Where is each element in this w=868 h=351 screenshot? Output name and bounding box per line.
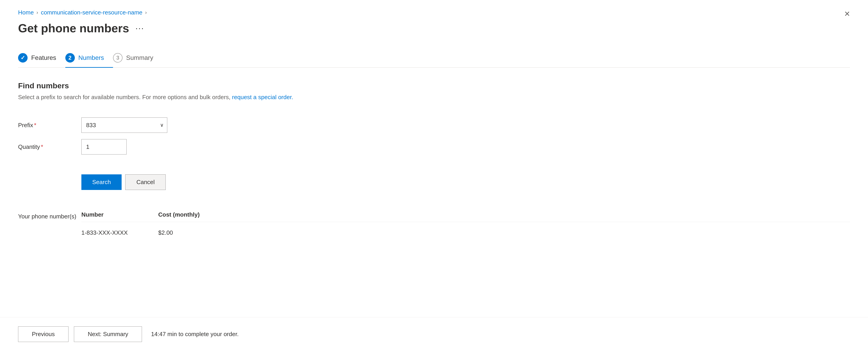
tab-numbers-label: Numbers bbox=[79, 54, 104, 61]
cell-number: 1-833-XXX-XXXX bbox=[81, 229, 158, 236]
more-options-button[interactable]: ··· bbox=[133, 23, 146, 34]
phone-table-header: Number Cost (monthly) bbox=[81, 211, 850, 222]
phone-numbers-label: Your phone number(s) bbox=[18, 211, 81, 240]
phone-table: Number Cost (monthly) 1-833-XXX-XXXX $2.… bbox=[81, 211, 850, 240]
form-buttons: Search Cancel bbox=[81, 171, 850, 193]
prefix-label: Prefix* bbox=[18, 117, 81, 134]
form-grid: Prefix* 800 833 844 855 866 877 888 ∨ bbox=[18, 114, 850, 158]
find-numbers-section: Find numbers Select a prefix to search f… bbox=[18, 81, 850, 240]
tab-summary[interactable]: 3 Summary bbox=[113, 49, 162, 68]
phone-numbers-layout: Your phone number(s) Number Cost (monthl… bbox=[18, 211, 850, 240]
phone-numbers-section: Your phone number(s) Number Cost (monthl… bbox=[18, 211, 850, 240]
close-button[interactable]: × bbox=[844, 9, 850, 19]
tab-summary-label: Summary bbox=[126, 54, 153, 61]
find-numbers-description: Select a prefix to search for available … bbox=[18, 94, 850, 101]
tab-features-circle: ✓ bbox=[18, 53, 28, 63]
previous-button[interactable]: Previous bbox=[18, 326, 68, 342]
prefix-select-wrapper: 800 833 844 855 866 877 888 ∨ bbox=[81, 118, 167, 133]
tab-numbers-circle: 2 bbox=[65, 53, 75, 63]
wizard-tabs: ✓ Features 2 Numbers 3 Summary bbox=[18, 49, 850, 68]
table-row: 1-833-XXX-XXXX $2.00 bbox=[81, 226, 850, 240]
breadcrumb: Home › communication-service-resource-na… bbox=[18, 9, 850, 16]
find-numbers-title: Find numbers bbox=[18, 81, 850, 90]
tab-features[interactable]: ✓ Features bbox=[18, 49, 65, 68]
page-title: Get phone numbers bbox=[18, 22, 129, 35]
breadcrumb-resource[interactable]: communication-service-resource-name bbox=[41, 9, 143, 16]
breadcrumb-separator-1: › bbox=[36, 10, 38, 15]
special-order-link[interactable]: request a special order. bbox=[232, 94, 293, 100]
column-number: Number bbox=[81, 211, 158, 218]
next-summary-button[interactable]: Next: Summary bbox=[74, 326, 142, 342]
tab-numbers[interactable]: 2 Numbers bbox=[65, 49, 113, 68]
footer-message: 14:47 min to complete your order. bbox=[151, 331, 239, 338]
search-button[interactable]: Search bbox=[81, 174, 122, 190]
breadcrumb-home[interactable]: Home bbox=[18, 9, 34, 16]
column-cost: Cost (monthly) bbox=[158, 211, 226, 218]
quantity-label: Quantity* bbox=[18, 138, 81, 155]
cell-cost: $2.00 bbox=[158, 229, 226, 236]
prefix-select[interactable]: 800 833 844 855 866 877 888 bbox=[81, 118, 167, 133]
quantity-input[interactable] bbox=[81, 139, 127, 155]
prefix-control: 800 833 844 855 866 877 888 ∨ bbox=[81, 114, 850, 136]
tab-features-label: Features bbox=[31, 54, 56, 61]
breadcrumb-separator-2: › bbox=[145, 10, 147, 15]
tab-summary-circle: 3 bbox=[113, 53, 123, 63]
cancel-button[interactable]: Cancel bbox=[125, 174, 166, 190]
page-footer: Previous Next: Summary 14:47 min to comp… bbox=[0, 317, 868, 351]
page-header: Get phone numbers ··· bbox=[18, 22, 850, 35]
quantity-control bbox=[81, 136, 850, 158]
